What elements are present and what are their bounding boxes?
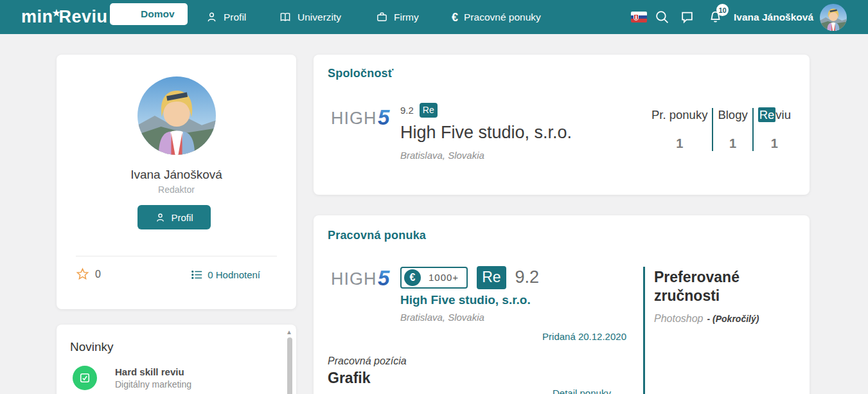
stat-value: 1	[729, 136, 736, 151]
stat-blogy[interactable]: Blogy 1	[712, 108, 752, 151]
profile-name: Ivana Jánošková	[57, 168, 296, 182]
top-navigation-bar: min★Reviu Domov Profil Univerzity Firmy …	[0, 0, 868, 34]
profile-avatar	[137, 76, 216, 155]
person-icon	[206, 11, 218, 23]
stars-count: 0	[76, 267, 101, 281]
company-card: Spoločnosť HIGH 5 9.2 Re High Five studi…	[314, 55, 810, 195]
scroll-up-arrow[interactable]: ▲	[285, 328, 293, 336]
salary-value: 1000+	[429, 272, 459, 283]
brand-logo[interactable]: min★Reviu	[21, 0, 108, 34]
reviu-badge: Re	[477, 266, 506, 289]
news-title: Novinky	[70, 340, 114, 354]
company-name[interactable]: High Five studio, s.r.o.	[400, 123, 572, 143]
job-offer-card: Pracovná ponuka HIGH 5 € 1000+ Re 9.2 Hi…	[314, 215, 810, 394]
logo-text-post: Reviu	[59, 7, 108, 27]
search-button[interactable]	[655, 0, 669, 34]
nav-label: Profil	[224, 12, 246, 23]
nav-label: Pracovné ponuky	[464, 12, 541, 23]
job-badges-row: € 1000+ Re 9.2	[400, 266, 539, 289]
chat-icon	[680, 10, 695, 24]
stat-reviu[interactable]: Reviu 1	[752, 108, 795, 151]
stars-value: 0	[95, 269, 101, 280]
stat-pr-ponuky[interactable]: Pr. ponuky 1	[647, 108, 712, 151]
news-item-subtitle: Digitálny marketing	[115, 379, 191, 390]
notification-count-badge: 10	[716, 4, 729, 16]
nav-label: Firmy	[394, 12, 419, 23]
header-avatar[interactable]	[820, 4, 847, 31]
person-icon	[155, 212, 166, 223]
job-card-title: Pracovná ponuka	[328, 229, 426, 242]
profile-button-label: Profil	[171, 212, 193, 223]
language-selector[interactable]	[631, 0, 647, 34]
rating-value: 9.2	[400, 105, 414, 116]
stat-value: 1	[771, 136, 778, 151]
skill-level: - (Pokročilý)	[707, 314, 759, 324]
page: min★Reviu Domov Profil Univerzity Firmy …	[0, 0, 868, 394]
ratings-link[interactable]: 0 Hodnotení	[191, 269, 260, 280]
high5-logo-text: HIGH	[331, 110, 377, 127]
euro-icon: €	[452, 12, 458, 23]
notifications-button[interactable]: 10	[708, 0, 723, 34]
stat-value: 1	[676, 136, 683, 151]
header-user-name[interactable]: Ivana Jánošková	[734, 0, 813, 34]
salary-badge: € 1000+	[400, 267, 468, 289]
search-icon	[655, 10, 669, 24]
position-name: Grafik	[328, 370, 370, 387]
nav-item-pracovne-ponuky[interactable]: € Pracovné ponuky	[452, 0, 541, 34]
vertical-divider	[643, 267, 645, 394]
position-label: Pracovná pozícia	[328, 355, 407, 367]
high5-logo-digit: 5	[378, 106, 394, 129]
news-item-title: Hard skill reviu	[115, 366, 191, 377]
ratings-label: 0 Hodnotení	[208, 269, 260, 280]
scrollbar-thumb[interactable]	[287, 337, 292, 394]
company-stats: Pr. ponuky 1 Blogy 1 Reviu 1	[647, 108, 795, 151]
avatar-photo	[137, 76, 216, 155]
nav-item-profil[interactable]: Profil	[206, 0, 246, 34]
profile-card: Ivana Jánošková Redaktor Profil 0 0 Hodn…	[57, 55, 296, 309]
star-icon	[76, 267, 89, 281]
news-card: Novinky Hard skill reviu Digitálny marke…	[57, 325, 296, 394]
high5-logo[interactable]: HIGH 5	[331, 271, 394, 290]
profile-button[interactable]: Profil	[137, 205, 211, 229]
nav-label: Univerzity	[297, 12, 341, 23]
news-list-item[interactable]: Hard skill reviu Digitálny marketing	[73, 366, 191, 390]
job-detail-link[interactable]: Detail ponuky	[553, 388, 611, 394]
skills-title-line1: Preferované	[654, 268, 740, 287]
skills-title: Preferované zručnosti	[654, 268, 740, 306]
job-company-link[interactable]: High Five studio, s.r.o.	[400, 293, 531, 307]
stat-label-rest: viu	[775, 108, 791, 121]
stat-label: Reviu	[758, 108, 791, 122]
nav-item-univerzity[interactable]: Univerzity	[279, 0, 341, 34]
high5-logo[interactable]: HIGH 5	[331, 110, 394, 129]
job-location: Bratislava, Slovakia	[400, 312, 484, 323]
nav-label: Domov	[141, 8, 175, 20]
rating-value: 9.2	[515, 267, 540, 287]
logo-text-pre: min	[21, 7, 53, 27]
book-icon	[279, 11, 292, 23]
company-location: Bratislava, Slovakia	[400, 150, 484, 161]
home-icon	[123, 8, 135, 21]
skill-item: Photoshop - (Pokročilý)	[654, 313, 759, 325]
stat-label: Pr. ponuky	[651, 108, 707, 122]
euro-circle-icon: €	[404, 269, 421, 286]
high5-logo-text: HIGH	[331, 271, 377, 288]
nav-item-domov[interactable]: Domov	[110, 3, 188, 25]
avatar-photo	[820, 4, 847, 31]
skills-title-line2: zručnosti	[654, 287, 740, 305]
company-rating: 9.2 Re	[400, 103, 438, 118]
high5-logo-digit: 5	[378, 267, 394, 290]
divider	[76, 256, 277, 256]
news-item-texts: Hard skill reviu Digitálny marketing	[115, 366, 191, 390]
nav-item-firmy[interactable]: Firmy	[376, 0, 419, 34]
stat-label-highlight: Re	[758, 107, 776, 122]
list-icon	[191, 270, 203, 280]
stat-label: Blogy	[718, 108, 747, 122]
svg-text:5: 5	[378, 267, 390, 290]
job-added-date: Pridaná 20.12.2020	[328, 331, 626, 342]
profile-role: Redaktor	[57, 184, 296, 195]
slovak-flag-icon	[631, 12, 647, 22]
check-square-icon	[73, 366, 97, 390]
company-card-title: Spoločnosť	[328, 67, 394, 80]
reviu-badge: Re	[420, 103, 438, 118]
messages-button[interactable]	[680, 0, 695, 34]
